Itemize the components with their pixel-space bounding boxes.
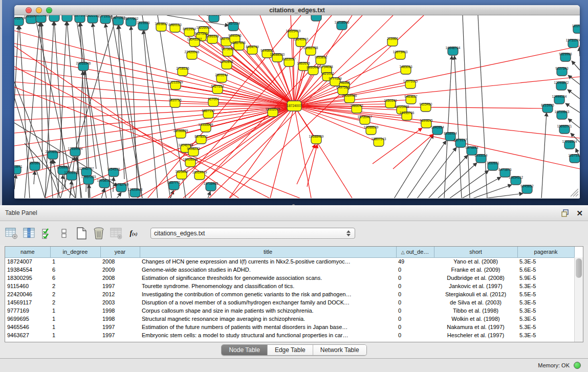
table-row[interactable]: 946362711997Embryonic stem cells: a mode… xyxy=(5,331,574,339)
graph-node[interactable]: 10654112 xyxy=(509,176,524,185)
graph-node[interactable]: 16961758 xyxy=(303,46,318,55)
new-table-icon[interactable] xyxy=(74,226,89,241)
graph-node[interactable]: 2718126 xyxy=(176,67,189,76)
table-cell[interactable]: 1 xyxy=(50,323,100,331)
graph-node[interactable]: 10653287 xyxy=(47,15,62,21)
graph-node[interactable]: 16782759 xyxy=(114,183,129,192)
table-cell[interactable]: 9777169 xyxy=(5,307,50,315)
minimize-window-button[interactable] xyxy=(36,7,42,13)
graph-node[interactable]: 9463627 xyxy=(404,95,418,104)
graph-node[interactable]: 19388459 xyxy=(309,135,324,144)
table-cell[interactable]: Tibbo et al. (1998) xyxy=(434,307,517,315)
delete-table-icon[interactable] xyxy=(91,226,106,241)
column-header-pagerank[interactable]: pagerank xyxy=(517,247,574,257)
graph-node[interactable]: 6466160 xyxy=(86,15,99,23)
graph-node[interactable]: 9657771 xyxy=(167,181,181,190)
graph-node[interactable]: 8990448 xyxy=(307,65,320,75)
graph-node[interactable]: 15751074 xyxy=(566,38,580,48)
table-row[interactable]: 1456911722003Disruption of a novel membe… xyxy=(5,298,574,307)
table-cell[interactable]: 14569117 xyxy=(5,298,50,307)
table-cell[interactable]: 22420046 xyxy=(5,290,50,298)
column-header-name[interactable]: name xyxy=(5,247,50,257)
table-cell[interactable]: 0 xyxy=(396,331,434,339)
table-cell[interactable]: 0 xyxy=(396,266,434,274)
graph-node[interactable]: 16914479 xyxy=(192,170,207,180)
graph-node[interactable]: 8960123 xyxy=(168,23,182,32)
table-cell[interactable]: de Silva et al. (2003) xyxy=(434,298,517,307)
graph-node[interactable]: 2935114 xyxy=(475,154,488,163)
graph-node[interactable]: 12975115 xyxy=(403,79,418,89)
graph-node[interactable]: 16033809 xyxy=(207,15,222,22)
table-cell[interactable]: Investigating the contribution of common… xyxy=(140,290,396,298)
table-cell[interactable]: 1997 xyxy=(100,331,140,339)
table-cell[interactable]: 1998 xyxy=(100,307,140,315)
graph-node[interactable]: 9227343 xyxy=(555,67,569,76)
table-cell[interactable]: 0 xyxy=(396,323,434,331)
zoom-window-button[interactable] xyxy=(46,7,52,13)
graph-node[interactable]: 1527602 xyxy=(73,15,86,23)
graph-node[interactable]: 12353599 xyxy=(199,123,213,132)
select-attributes-icon[interactable] xyxy=(39,226,54,241)
graph-node[interactable]: 9329966 xyxy=(559,52,572,61)
table-cell[interactable]: 2 xyxy=(50,282,100,290)
graph-node[interactable]: 17957223 xyxy=(81,175,96,184)
table-row[interactable]: 1938455462009Genome-wide association stu… xyxy=(5,266,574,274)
table-cell[interactable]: 1997 xyxy=(100,282,140,290)
graph-node[interactable]: 7625402 xyxy=(175,170,188,179)
graph-node[interactable]: 850561 xyxy=(29,161,40,170)
table-cell[interactable]: 0 xyxy=(396,282,434,290)
table-cell[interactable]: Wolkin et al. (1998) xyxy=(434,315,517,323)
graph-node[interactable]: 7485063 xyxy=(399,65,412,74)
table-cell[interactable]: 9465546 xyxy=(5,323,50,331)
graph-node[interactable]: 16648784 xyxy=(446,46,461,55)
graph-node[interactable]: 20206526 xyxy=(46,150,60,159)
graph-node[interactable]: 10688639 xyxy=(364,125,379,135)
table-cell[interactable]: 1997 xyxy=(100,323,140,331)
table-row[interactable]: 911546021997Tourette syndrome. Phenomeno… xyxy=(5,282,574,290)
network-window[interactable]: citations_edges.txt 24055724189597192069… xyxy=(14,5,580,199)
graph-node[interactable]: 16409946 xyxy=(183,158,198,167)
table-cell[interactable]: 2 xyxy=(50,298,100,307)
graph-node[interactable]: 7663822 xyxy=(155,22,168,31)
table-row[interactable]: 977716911998Corpus callosum shape and si… xyxy=(5,307,574,315)
table-cell[interactable]: Dudbridge et al. (2008) xyxy=(434,274,517,282)
graph-node[interactable]: 20564486 xyxy=(342,94,357,103)
table-cell[interactable]: Nakamura et al. (1997) xyxy=(434,323,517,331)
tab-edge-table[interactable]: Edge Table xyxy=(268,345,313,355)
select-column-icon[interactable] xyxy=(21,226,37,241)
graph-node[interactable]: 1640954 xyxy=(431,125,444,135)
table-cell[interactable]: Structural magnetic resonance image aver… xyxy=(140,315,396,323)
table-cell[interactable]: Jankovic et al. (1997) xyxy=(434,282,517,290)
graph-node[interactable]: 17016514 xyxy=(562,140,577,149)
graph-node[interactable]: 19166829 xyxy=(173,129,188,138)
table-cell[interactable]: Yano et al. (2008) xyxy=(434,257,517,266)
table-cell[interactable]: 2003 xyxy=(100,298,140,307)
graph-node[interactable]: 19218596 xyxy=(335,20,350,30)
table-cell[interactable]: 6 xyxy=(50,266,100,274)
graph-node[interactable]: 15692071 xyxy=(557,124,572,134)
table-cell[interactable]: 0 xyxy=(396,307,434,315)
graph-node[interactable]: 8322037 xyxy=(282,57,296,67)
graph-node[interactable]: 2867608 xyxy=(232,41,246,50)
table-cell[interactable]: Franke et al. (2009) xyxy=(434,266,517,274)
function-builder-icon[interactable]: f(x) xyxy=(126,226,141,241)
table-cell[interactable]: Hescheler et al. (1997) xyxy=(434,331,517,339)
graph-node[interactable]: 213967 xyxy=(387,37,398,46)
table-row[interactable]: 946554611997Estimation of the future num… xyxy=(5,323,574,331)
table-row[interactable]: 1830029562008Estimation of significance … xyxy=(5,274,574,282)
graph-node[interactable]: 16210643 xyxy=(555,110,570,119)
graph-node[interactable]: 18807243 xyxy=(372,137,386,146)
resize-grip-icon[interactable] xyxy=(570,188,579,197)
graph-node[interactable]: 18640910 xyxy=(294,37,309,47)
memory-status-indicator[interactable] xyxy=(574,362,581,369)
table-selector-dropdown[interactable]: citations_edges.txt xyxy=(150,228,355,239)
graph-node[interactable]: 12093872 xyxy=(554,81,569,90)
graph-node[interactable]: 9115460 xyxy=(420,102,432,112)
graph-node[interactable]: 8912954 xyxy=(183,27,196,36)
network-canvas[interactable]: 2405572418959719206914061065328718726866… xyxy=(14,15,580,198)
graph-node[interactable]: 12923448 xyxy=(128,188,143,197)
column-header-in_degree[interactable]: in_degree xyxy=(50,247,100,257)
graph-node[interactable]: 7515526 xyxy=(137,21,150,30)
table-row[interactable]: 2242004622012Investigating the contribut… xyxy=(5,290,574,298)
table-cell[interactable]: 1 xyxy=(50,307,100,315)
